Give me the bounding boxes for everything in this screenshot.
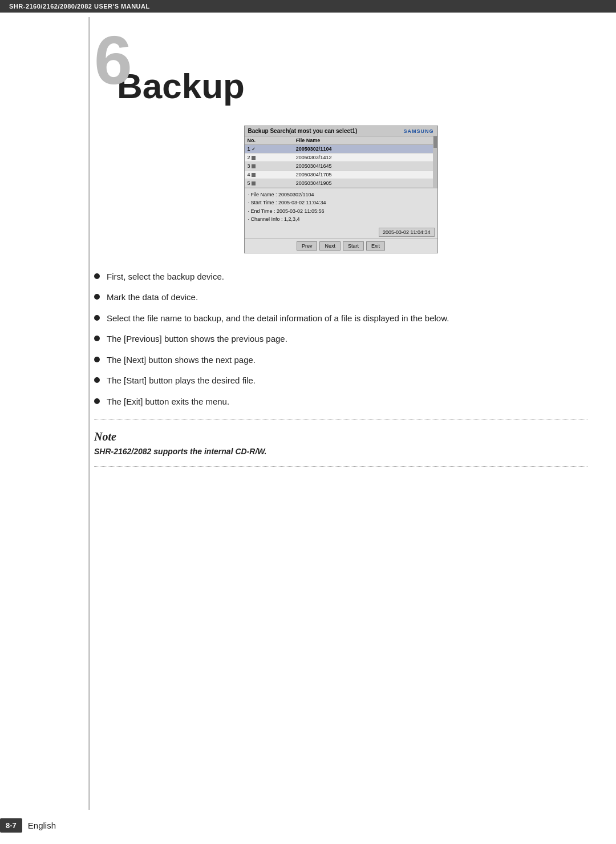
bullet-dot [94,294,100,300]
accent-line [88,17,90,810]
list-item-text: The [Previous] button shows the previous… [107,333,287,346]
list-item: Select the file name to backup, and the … [94,312,587,325]
divider-bottom [94,466,587,467]
samsung-logo: SAMSUNG [403,128,433,134]
bullet-dot [94,336,100,341]
list-item: The [Next] button shows the next page. [94,354,587,367]
bullet-dot [94,273,100,279]
header-title: SHR-2160/2162/2080/2082 USER'S MANUAL [9,3,150,10]
note-title: Note [94,430,587,443]
list-item-text: Select the file name to backup, and the … [107,312,449,325]
ui-datetime-row: 2005-03-02 11:04:34 [245,226,437,239]
btn-prev[interactable]: Prev [297,241,318,251]
detail-channelinfo: · Channel Info : 1,2,3,4 [248,215,434,223]
list-item-text: The [Start] button plays the desired fil… [107,374,256,387]
list-item: First, select the backup device. [94,270,587,284]
file-table: No. File Name 1 ✓20050302/11042 20050303… [245,136,437,188]
col-filename: File Name [293,136,437,145]
note-text: SHR-2162/2082 supports the internal CD-R… [94,447,587,456]
btn-start[interactable]: Start [343,241,364,251]
list-item: Mark the data of device. [94,291,587,304]
detail-starttime: · Start Time : 2005-03-02 11:04:34 [248,199,434,207]
table-cell-no: 2 [245,154,293,162]
ui-title-text: Backup Search(at most you can select1) [248,128,358,134]
table-cell-filename: 20050303/1412 [293,154,437,162]
table-cell-no: 1 ✓ [245,145,293,154]
chapter-number: 6 [94,26,132,94]
list-item-text: The [Exit] button exits the menu. [107,395,229,409]
note-section: Note SHR-2162/2082 supports the internal… [94,430,587,456]
bullet-dot [94,398,100,404]
btn-next[interactable]: Next [319,241,341,251]
table-cell-filename: 20050302/1104 [293,145,437,154]
ui-buttons: PrevNextStartExit [245,239,437,253]
table-cell-no: 5 [245,179,293,188]
bullet-list: First, select the backup device.Mark the… [94,270,587,409]
bullet-dot [94,315,100,321]
col-no: No. [245,136,293,145]
detail-filename: · File Name : 20050302/1104 [248,191,434,199]
detail-endtime: · End Time : 2005-03-02 11:05:56 [248,207,434,215]
list-item-text: The [Next] button shows the next page. [107,354,256,367]
list-item-text: Mark the data of device. [107,291,198,304]
main-content: Backup Search(at most you can select1) S… [94,126,587,477]
scrollbar-track[interactable] [433,136,437,188]
table-cell-filename: 20050304/1705 [293,171,437,179]
list-item: The [Exit] button exits the menu. [94,395,587,409]
scrollbar-thumb [433,136,437,148]
bullet-dot [94,377,100,383]
divider-top [94,419,587,420]
table-cell-filename: 20050304/1905 [293,179,437,188]
ui-screenshot: Backup Search(at most you can select1) S… [244,126,438,253]
table-cell-filename: 20050304/1645 [293,162,437,171]
footer-badge: 8-7 [0,818,22,833]
ui-detail: · File Name : 20050302/1104 · Start Time… [245,188,437,226]
ui-datetime: 2005-03-02 11:04:34 [379,228,435,237]
ui-title-bar: Backup Search(at most you can select1) S… [245,126,437,136]
chapter-title: Backup [117,66,245,106]
list-item: The [Previous] button shows the previous… [94,333,587,346]
bullet-dot [94,357,100,362]
footer: 8-7 English [0,818,616,833]
header-bar: SHR-2160/2162/2080/2082 USER'S MANUAL [0,0,616,13]
table-wrapper: No. File Name 1 ✓20050302/11042 20050303… [245,136,437,188]
footer-language: English [28,821,56,830]
btn-exit[interactable]: Exit [366,241,385,251]
table-cell-no: 3 [245,162,293,171]
list-item: The [Start] button plays the desired fil… [94,374,587,387]
table-cell-no: 4 [245,171,293,179]
list-item-text: First, select the backup device. [107,270,224,284]
